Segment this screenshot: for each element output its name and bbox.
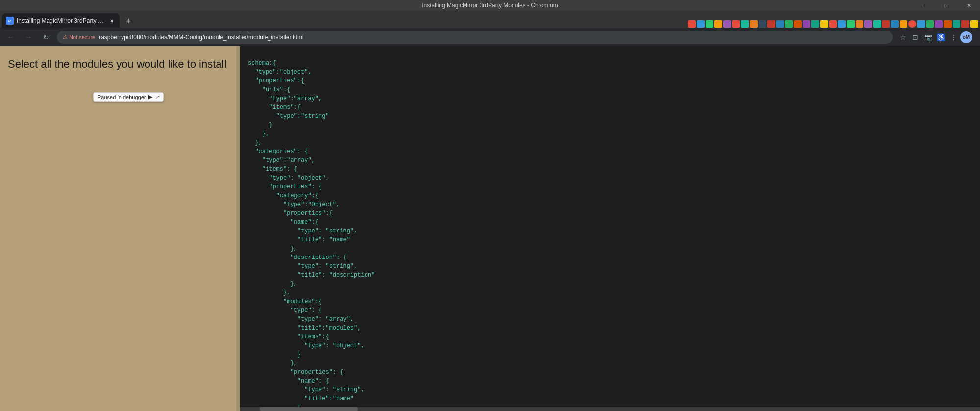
extension-icon-19 xyxy=(847,20,855,28)
code-content: schema:{ "type":"object", "properties":{… xyxy=(240,46,980,411)
extension-icon-15 xyxy=(811,20,819,28)
extension-icon-13 xyxy=(794,20,802,28)
cast-button[interactable]: ⊡ xyxy=(909,31,921,43)
extension-icon-22 xyxy=(873,20,881,28)
extension-icon-16 xyxy=(820,20,828,28)
extension-icon-21 xyxy=(864,20,872,28)
extension-icon-4 xyxy=(714,20,722,28)
forward-button[interactable]: → xyxy=(22,30,35,44)
url-text: raspberrypi:8080/modules/MMM-Config/modu… xyxy=(99,34,887,41)
extension-icon-2 xyxy=(697,20,705,28)
minimize-button[interactable]: – xyxy=(912,0,935,11)
extension-icon-18 xyxy=(838,20,846,28)
window-title: Installing MagicMirror 3rdParty Modules … xyxy=(422,2,558,9)
warning-icon: ⚠ xyxy=(63,34,68,40)
extension-icon-3 xyxy=(706,20,713,28)
extension-icon-8 xyxy=(750,20,758,28)
window-controls: – □ ✕ xyxy=(912,0,980,11)
extension-icon-24 xyxy=(891,20,899,28)
extension-icon-11 xyxy=(776,20,784,28)
screenshot-button[interactable]: 📷 xyxy=(922,31,934,43)
tab-title: Installing MagicMirror 3rdParty Modules xyxy=(17,17,105,24)
url-bar[interactable]: ⚠ Not secure raspberrypi:8080/modules/MM… xyxy=(57,31,893,44)
horizontal-scrollbar[interactable] xyxy=(240,407,980,411)
browser-actions: ☆ ⊡ 📷 ♿ ⋮ oM xyxy=(897,28,976,46)
extension-icon-28 xyxy=(926,20,934,28)
extension-icon-33 xyxy=(970,20,978,28)
tab-bar: M Installing MagicMirror 3rdParty Module… xyxy=(0,11,980,28)
extension-icon-31 xyxy=(953,20,960,28)
scrollbar-thumb[interactable] xyxy=(260,407,358,411)
debugger-text: Paused in debugger xyxy=(98,94,146,100)
profile-avatar[interactable]: oM xyxy=(960,31,972,43)
extension-icon-12 xyxy=(785,20,793,28)
extension-icon-1 xyxy=(688,20,696,28)
left-scrollbar[interactable] xyxy=(236,46,240,411)
tab-favicon: M xyxy=(6,17,14,25)
maximize-button[interactable]: □ xyxy=(935,0,957,11)
extension-icon-29 xyxy=(935,20,943,28)
content-area: Paused in debugger ▶ ↗ Select all the mo… xyxy=(0,46,980,411)
title-bar: Installing MagicMirror 3rdParty Modules … xyxy=(0,0,980,11)
extension-icon-5 xyxy=(723,20,731,28)
refresh-button[interactable]: ↻ xyxy=(39,30,53,44)
extension-icon-14 xyxy=(803,20,810,28)
extension-icon-32 xyxy=(961,20,969,28)
close-button[interactable]: ✕ xyxy=(957,0,980,11)
resume-button[interactable]: ▶ xyxy=(148,94,152,100)
extension-icon-27 xyxy=(917,20,925,28)
code-editor-panel: schema:{ "type":"object", "properties":{… xyxy=(240,46,980,411)
extension-icon-17 xyxy=(829,20,837,28)
extension-icon-23 xyxy=(882,20,890,28)
extension-icon-25 xyxy=(900,20,907,28)
extension-icon-9 xyxy=(759,20,766,28)
extension-icon-7 xyxy=(741,20,749,28)
extension-icon-10 xyxy=(767,20,775,28)
back-button[interactable]: ← xyxy=(4,30,18,44)
not-secure-indicator: ⚠ Not secure xyxy=(63,34,95,40)
debugger-close-button[interactable]: ↗ xyxy=(155,94,159,100)
address-bar: ← → ↻ ⚠ Not secure raspberrypi:8080/modu… xyxy=(0,28,980,46)
left-panel-heading: Select all the modules you would like to… xyxy=(8,58,232,71)
new-tab-button[interactable]: + xyxy=(122,14,135,28)
extension-icon-26 xyxy=(908,20,916,28)
bookmark-button[interactable]: ☆ xyxy=(897,31,908,43)
more-button[interactable]: ⋮ xyxy=(948,31,959,43)
extension-icon-20 xyxy=(856,20,863,28)
accessibility-button[interactable]: ♿ xyxy=(935,31,947,43)
extension-icon-30 xyxy=(944,20,952,28)
extension-icon-6 xyxy=(732,20,740,28)
tab-close-button[interactable]: ✕ xyxy=(108,17,116,25)
active-tab[interactable]: M Installing MagicMirror 3rdParty Module… xyxy=(2,13,120,28)
debugger-banner: Paused in debugger ▶ ↗ xyxy=(93,92,164,102)
